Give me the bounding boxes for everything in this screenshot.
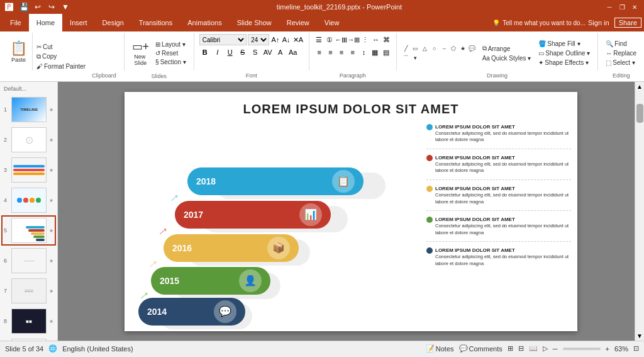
shadow-btn[interactable]: S bbox=[250, 47, 261, 58]
shape-effects-btn[interactable]: ✦ Shape Effects ▾ bbox=[536, 59, 592, 67]
fit-slide-btn[interactable]: ⊡ bbox=[633, 344, 639, 353]
italic-btn[interactable]: I bbox=[212, 47, 223, 58]
slide-thumb-7[interactable]: 7 ≡≡≡ ★ bbox=[3, 277, 55, 305]
line-spacing-btn[interactable]: ↕ bbox=[359, 47, 369, 58]
shape-callout[interactable]: 💬 bbox=[468, 44, 477, 53]
bullets-btn[interactable]: ☰ bbox=[314, 34, 324, 45]
indent-less-btn[interactable]: ←⊞ bbox=[335, 34, 347, 45]
indent-more-btn[interactable]: →⊞ bbox=[348, 34, 359, 45]
reading-view-btn[interactable]: 📖 bbox=[529, 344, 538, 353]
quick-styles-btn[interactable]: Aa Quick Styles ▾ bbox=[480, 54, 534, 62]
underline-btn[interactable]: U bbox=[225, 47, 236, 58]
tab-file[interactable]: File bbox=[3, 14, 29, 31]
shape-more[interactable]: ▾ bbox=[411, 54, 420, 62]
copy-btn[interactable]: ⧉ Copy bbox=[34, 52, 88, 61]
vertical-scrollbar[interactable]: ▲ ▼ bbox=[635, 82, 644, 341]
tell-me-box[interactable]: 💡 Tell me what you want to do... bbox=[492, 20, 586, 26]
notes-btn[interactable]: 📝 Notes bbox=[426, 344, 454, 353]
new-slide-btn[interactable]: ▭+ NewSlide bbox=[130, 34, 152, 72]
strikethrough-btn[interactable]: S bbox=[237, 47, 248, 58]
align-center-btn[interactable]: ≡ bbox=[326, 47, 336, 58]
signin-btn[interactable]: Sign in bbox=[588, 19, 609, 26]
shape-fill-btn[interactable]: 🪣 Shape Fill ▾ bbox=[536, 40, 592, 48]
tab-home[interactable]: Home bbox=[29, 14, 62, 31]
shape-rect[interactable]: ▭ bbox=[411, 44, 420, 53]
comments-btn[interactable]: 💬 Comments bbox=[459, 344, 502, 353]
bold-btn[interactable]: B bbox=[199, 47, 211, 58]
close-btn[interactable]: ✕ bbox=[630, 3, 639, 11]
slide-thumb-3[interactable]: 3 ★ bbox=[3, 156, 55, 184]
shape-pentagon[interactable]: ⬠ bbox=[449, 44, 458, 53]
step-2017[interactable]: 2017 📊 bbox=[175, 201, 331, 229]
decrease-font-btn[interactable]: A↓ bbox=[282, 34, 291, 45]
justify-btn[interactable]: ≡ bbox=[348, 47, 358, 58]
save-quick-btn[interactable]: 💾 bbox=[18, 1, 30, 13]
tab-transitions[interactable]: Transitions bbox=[131, 14, 180, 31]
presenter-view-btn[interactable]: ▷ bbox=[543, 344, 548, 353]
shape-outline-btn[interactable]: ▭ Shape Outline ▾ bbox=[536, 49, 592, 57]
arrange-btn[interactable]: ⧉ Arrange bbox=[480, 44, 534, 53]
scroll-thumb[interactable] bbox=[636, 104, 643, 123]
char-spacing-btn[interactable]: Aa bbox=[287, 47, 299, 58]
numbering-btn[interactable]: ① bbox=[325, 34, 335, 45]
scroll-up-btn[interactable]: ▲ bbox=[635, 82, 644, 91]
restore-btn[interactable]: ❐ bbox=[618, 3, 626, 11]
col-layout-btn[interactable]: ▦ bbox=[370, 47, 380, 58]
section-btn[interactable]: § Section ▾ bbox=[153, 58, 189, 66]
find-btn[interactable]: 🔍 Find bbox=[603, 40, 639, 48]
scroll-down-btn[interactable]: ▼ bbox=[635, 331, 644, 341]
reset-btn[interactable]: ↺ Reset bbox=[153, 49, 189, 57]
zoom-in-btn[interactable]: + bbox=[606, 345, 609, 353]
share-btn[interactable]: Share bbox=[614, 18, 641, 28]
font-size-select[interactable]: 24 bbox=[248, 34, 269, 45]
align-left-btn[interactable]: ≡ bbox=[314, 47, 325, 58]
slide-sorter-btn[interactable]: ⊟ bbox=[518, 344, 524, 353]
step-2018[interactable]: 2018 📋 bbox=[187, 167, 364, 195]
shape-line[interactable]: ╱ bbox=[402, 44, 411, 53]
shape-star[interactable]: ★ bbox=[458, 44, 467, 53]
layout-btn[interactable]: ⊞ Layout ▾ bbox=[153, 40, 189, 48]
slide-thumb-9[interactable]: 9 ─ ─ ─ ★ bbox=[3, 337, 55, 341]
format-painter-btn[interactable]: 🖌 Format Painter bbox=[34, 62, 88, 71]
shape-curved[interactable]: ⌒ bbox=[402, 54, 411, 62]
shape-arrow[interactable]: → bbox=[440, 44, 448, 53]
undo-quick-btn[interactable]: ↩ bbox=[32, 1, 43, 13]
slide-thumb-1[interactable]: 1 TIMELINE ★ bbox=[3, 96, 55, 123]
redo-quick-btn[interactable]: ↪ bbox=[46, 1, 57, 13]
step-2014[interactable]: 2014 💬 bbox=[138, 298, 245, 326]
tab-slideshow[interactable]: Slide Show bbox=[230, 14, 279, 31]
slide-thumb-2[interactable]: 2 ⊙ ★ bbox=[3, 126, 55, 154]
slide-canvas[interactable]: LOREM IPSUM DOLOR SIT AMET 2018 📋 2017 📊 bbox=[125, 92, 577, 331]
zoom-out-btn[interactable]: ─ bbox=[553, 345, 558, 353]
col-btn[interactable]: ⋮ bbox=[360, 34, 370, 45]
more-quick-btn[interactable]: ▼ bbox=[60, 1, 71, 13]
cut-btn[interactable]: ✂ Cut bbox=[34, 43, 88, 51]
tab-review[interactable]: Review bbox=[279, 14, 317, 31]
slide-thumb-8[interactable]: 8 ■■ ★ bbox=[3, 307, 55, 335]
tab-design[interactable]: Design bbox=[95, 14, 131, 31]
increase-font-btn[interactable]: A↑ bbox=[270, 34, 280, 45]
shape-circle[interactable]: ○ bbox=[430, 44, 439, 53]
slide-thumb-4[interactable]: 4 ★ bbox=[3, 186, 55, 214]
align-right-btn[interactable]: ≡ bbox=[336, 47, 347, 58]
minimize-btn[interactable]: ─ bbox=[605, 3, 614, 11]
spacing-btn[interactable]: AV bbox=[262, 47, 274, 58]
tab-insert[interactable]: Insert bbox=[62, 14, 95, 31]
clear-format-btn[interactable]: ✕A bbox=[292, 34, 304, 45]
step-2016[interactable]: 2016 📦 bbox=[164, 234, 299, 262]
slide-thumb-6[interactable]: 6 ─── ★ bbox=[3, 247, 55, 275]
slide-thumb-5[interactable]: 5 ★ bbox=[3, 217, 55, 244]
step-2015[interactable]: 2015 👤 bbox=[151, 267, 270, 295]
zoom-slider[interactable] bbox=[563, 348, 601, 350]
font-color-btn[interactable]: A bbox=[275, 47, 286, 58]
tab-view[interactable]: View bbox=[317, 14, 347, 31]
text-dir-btn[interactable]: ↔ bbox=[371, 34, 380, 45]
paste-btn[interactable]: 📋 Paste bbox=[5, 33, 33, 71]
font-family-select[interactable]: Calibri bbox=[199, 34, 247, 45]
smart-art-btn[interactable]: ⌘ bbox=[382, 34, 391, 45]
tab-animations[interactable]: Animations bbox=[180, 14, 229, 31]
canvas-area[interactable]: ▲ ▼ LOREM IPSUM DOLOR SIT AMET 2018 � bbox=[58, 82, 644, 341]
replace-btn[interactable]: ↔ Replace bbox=[603, 49, 639, 57]
text-shadow2-btn[interactable]: ▤ bbox=[381, 47, 391, 58]
normal-view-btn[interactable]: ⊞ bbox=[508, 344, 513, 353]
